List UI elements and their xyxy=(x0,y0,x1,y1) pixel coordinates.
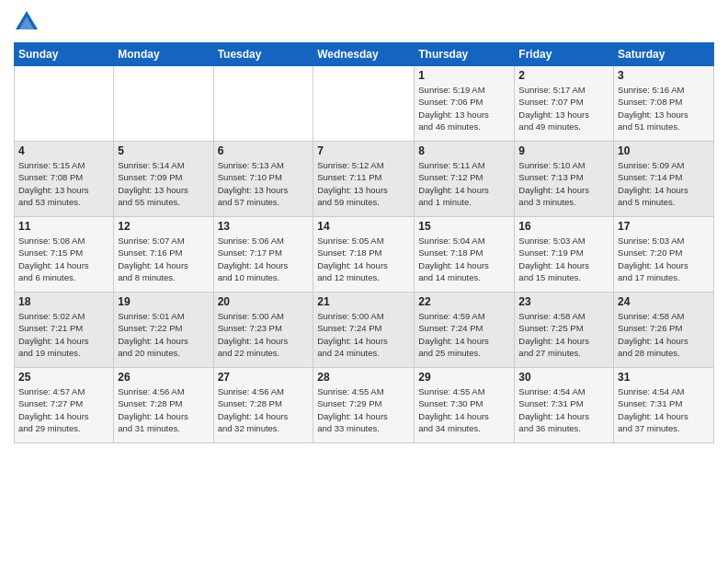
day-info: Sunrise: 5:11 AM Sunset: 7:12 PM Dayligh… xyxy=(418,159,510,208)
day-header-friday: Friday xyxy=(515,43,614,66)
day-header-saturday: Saturday xyxy=(614,43,714,66)
day-number: 28 xyxy=(317,371,410,384)
day-number: 20 xyxy=(218,295,310,308)
day-info: Sunrise: 5:15 AM Sunset: 7:08 PM Dayligh… xyxy=(18,159,109,208)
day-number: 10 xyxy=(618,144,710,157)
logo xyxy=(14,9,42,35)
day-number: 27 xyxy=(218,371,310,384)
day-header-monday: Monday xyxy=(114,43,213,66)
calendar-cell xyxy=(114,66,213,142)
calendar-cell: 25Sunrise: 4:57 AM Sunset: 7:27 PM Dayli… xyxy=(15,368,114,443)
day-header-sunday: Sunday xyxy=(15,43,114,66)
day-number: 16 xyxy=(518,220,609,233)
calendar-cell: 12Sunrise: 5:07 AM Sunset: 7:16 PM Dayli… xyxy=(114,217,213,293)
day-info: Sunrise: 5:17 AM Sunset: 7:07 PM Dayligh… xyxy=(518,84,609,132)
day-info: Sunrise: 5:10 AM Sunset: 7:13 PM Dayligh… xyxy=(518,159,609,208)
day-number: 3 xyxy=(618,69,710,82)
calendar-cell: 1Sunrise: 5:19 AM Sunset: 7:06 PM Daylig… xyxy=(415,66,515,142)
day-info: Sunrise: 4:55 AM Sunset: 7:29 PM Dayligh… xyxy=(317,385,410,434)
logo-icon xyxy=(14,9,40,35)
day-info: Sunrise: 5:03 AM Sunset: 7:19 PM Dayligh… xyxy=(518,235,609,283)
day-number: 6 xyxy=(218,144,310,157)
day-header-thursday: Thursday xyxy=(415,43,515,66)
day-info: Sunrise: 4:59 AM Sunset: 7:24 PM Dayligh… xyxy=(418,310,510,359)
day-info: Sunrise: 5:05 AM Sunset: 7:18 PM Dayligh… xyxy=(317,235,410,283)
day-number: 4 xyxy=(18,144,109,157)
calendar-week-4: 18Sunrise: 5:02 AM Sunset: 7:21 PM Dayli… xyxy=(15,293,714,368)
calendar-cell: 4Sunrise: 5:15 AM Sunset: 7:08 PM Daylig… xyxy=(15,142,114,217)
calendar-header-row: SundayMondayTuesdayWednesdayThursdayFrid… xyxy=(15,43,714,66)
day-info: Sunrise: 5:06 AM Sunset: 7:17 PM Dayligh… xyxy=(218,235,310,283)
day-number: 12 xyxy=(118,220,209,233)
day-number: 29 xyxy=(418,371,510,384)
day-header-tuesday: Tuesday xyxy=(213,43,313,66)
day-number: 30 xyxy=(518,371,609,384)
day-number: 2 xyxy=(518,69,609,82)
header xyxy=(14,9,714,35)
calendar-cell: 27Sunrise: 4:56 AM Sunset: 7:28 PM Dayli… xyxy=(213,368,313,443)
day-info: Sunrise: 5:00 AM Sunset: 7:23 PM Dayligh… xyxy=(218,310,310,359)
day-info: Sunrise: 5:14 AM Sunset: 7:09 PM Dayligh… xyxy=(118,159,209,208)
day-number: 7 xyxy=(317,144,410,157)
day-number: 9 xyxy=(518,144,609,157)
calendar-week-1: 1Sunrise: 5:19 AM Sunset: 7:06 PM Daylig… xyxy=(15,66,714,142)
calendar-week-2: 4Sunrise: 5:15 AM Sunset: 7:08 PM Daylig… xyxy=(15,142,714,217)
day-number: 19 xyxy=(118,295,209,308)
day-info: Sunrise: 5:04 AM Sunset: 7:18 PM Dayligh… xyxy=(418,235,510,283)
calendar-cell: 13Sunrise: 5:06 AM Sunset: 7:17 PM Dayli… xyxy=(213,217,313,293)
calendar-cell: 19Sunrise: 5:01 AM Sunset: 7:22 PM Dayli… xyxy=(114,293,213,368)
day-info: Sunrise: 4:58 AM Sunset: 7:25 PM Dayligh… xyxy=(518,310,609,359)
day-number: 23 xyxy=(518,295,609,308)
day-number: 21 xyxy=(317,295,410,308)
calendar-cell: 15Sunrise: 5:04 AM Sunset: 7:18 PM Dayli… xyxy=(415,217,515,293)
day-info: Sunrise: 4:54 AM Sunset: 7:31 PM Dayligh… xyxy=(518,385,609,434)
calendar-cell: 10Sunrise: 5:09 AM Sunset: 7:14 PM Dayli… xyxy=(614,142,714,217)
day-info: Sunrise: 4:56 AM Sunset: 7:28 PM Dayligh… xyxy=(218,385,310,434)
day-info: Sunrise: 4:54 AM Sunset: 7:31 PM Dayligh… xyxy=(618,385,710,434)
calendar-cell: 29Sunrise: 4:55 AM Sunset: 7:30 PM Dayli… xyxy=(415,368,515,443)
day-number: 5 xyxy=(118,144,209,157)
calendar-cell: 17Sunrise: 5:03 AM Sunset: 7:20 PM Dayli… xyxy=(614,217,714,293)
calendar-cell xyxy=(15,66,114,142)
day-number: 24 xyxy=(618,295,710,308)
calendar-week-5: 25Sunrise: 4:57 AM Sunset: 7:27 PM Dayli… xyxy=(15,368,714,443)
day-number: 22 xyxy=(418,295,510,308)
calendar-cell: 7Sunrise: 5:12 AM Sunset: 7:11 PM Daylig… xyxy=(313,142,415,217)
calendar-week-3: 11Sunrise: 5:08 AM Sunset: 7:15 PM Dayli… xyxy=(15,217,714,293)
calendar-cell: 21Sunrise: 5:00 AM Sunset: 7:24 PM Dayli… xyxy=(313,293,415,368)
calendar-cell: 6Sunrise: 5:13 AM Sunset: 7:10 PM Daylig… xyxy=(213,142,313,217)
day-number: 1 xyxy=(418,69,510,82)
calendar-cell: 23Sunrise: 4:58 AM Sunset: 7:25 PM Dayli… xyxy=(515,293,614,368)
page: SundayMondayTuesdayWednesdayThursdayFrid… xyxy=(0,0,728,563)
day-number: 15 xyxy=(418,220,510,233)
day-info: Sunrise: 5:08 AM Sunset: 7:15 PM Dayligh… xyxy=(18,235,109,283)
day-number: 18 xyxy=(18,295,109,308)
day-number: 31 xyxy=(618,371,710,384)
day-number: 26 xyxy=(118,371,209,384)
day-info: Sunrise: 5:02 AM Sunset: 7:21 PM Dayligh… xyxy=(18,310,109,359)
day-number: 17 xyxy=(618,220,710,233)
calendar-cell: 3Sunrise: 5:16 AM Sunset: 7:08 PM Daylig… xyxy=(614,66,714,142)
day-info: Sunrise: 5:19 AM Sunset: 7:06 PM Dayligh… xyxy=(418,84,510,132)
day-info: Sunrise: 5:12 AM Sunset: 7:11 PM Dayligh… xyxy=(317,159,410,208)
calendar-cell: 5Sunrise: 5:14 AM Sunset: 7:09 PM Daylig… xyxy=(114,142,213,217)
calendar-cell: 20Sunrise: 5:00 AM Sunset: 7:23 PM Dayli… xyxy=(213,293,313,368)
calendar-cell: 26Sunrise: 4:56 AM Sunset: 7:28 PM Dayli… xyxy=(114,368,213,443)
day-info: Sunrise: 5:16 AM Sunset: 7:08 PM Dayligh… xyxy=(618,84,710,132)
day-number: 13 xyxy=(218,220,310,233)
day-number: 11 xyxy=(18,220,109,233)
calendar-cell: 16Sunrise: 5:03 AM Sunset: 7:19 PM Dayli… xyxy=(515,217,614,293)
calendar-cell: 30Sunrise: 4:54 AM Sunset: 7:31 PM Dayli… xyxy=(515,368,614,443)
calendar-cell: 9Sunrise: 5:10 AM Sunset: 7:13 PM Daylig… xyxy=(515,142,614,217)
calendar-cell: 8Sunrise: 5:11 AM Sunset: 7:12 PM Daylig… xyxy=(415,142,515,217)
day-number: 14 xyxy=(317,220,410,233)
calendar: SundayMondayTuesdayWednesdayThursdayFrid… xyxy=(14,42,714,443)
day-number: 8 xyxy=(418,144,510,157)
calendar-cell: 14Sunrise: 5:05 AM Sunset: 7:18 PM Dayli… xyxy=(313,217,415,293)
day-info: Sunrise: 5:03 AM Sunset: 7:20 PM Dayligh… xyxy=(618,235,710,283)
calendar-cell: 31Sunrise: 4:54 AM Sunset: 7:31 PM Dayli… xyxy=(614,368,714,443)
calendar-cell: 2Sunrise: 5:17 AM Sunset: 7:07 PM Daylig… xyxy=(515,66,614,142)
day-info: Sunrise: 4:55 AM Sunset: 7:30 PM Dayligh… xyxy=(418,385,510,434)
day-info: Sunrise: 5:00 AM Sunset: 7:24 PM Dayligh… xyxy=(317,310,410,359)
day-info: Sunrise: 5:09 AM Sunset: 7:14 PM Dayligh… xyxy=(618,159,710,208)
